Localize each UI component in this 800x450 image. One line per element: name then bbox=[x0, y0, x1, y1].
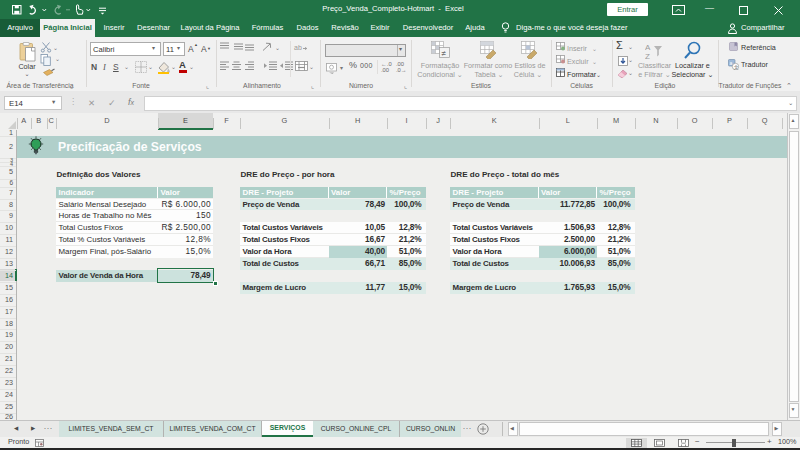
svg-text:文: 文 bbox=[734, 64, 739, 70]
svg-text:Z: Z bbox=[645, 52, 650, 61]
svg-text:A: A bbox=[645, 43, 651, 52]
svg-text:a: a bbox=[730, 60, 733, 66]
svg-text:ab: ab bbox=[294, 44, 302, 51]
svg-text:≠: ≠ bbox=[442, 49, 447, 58]
